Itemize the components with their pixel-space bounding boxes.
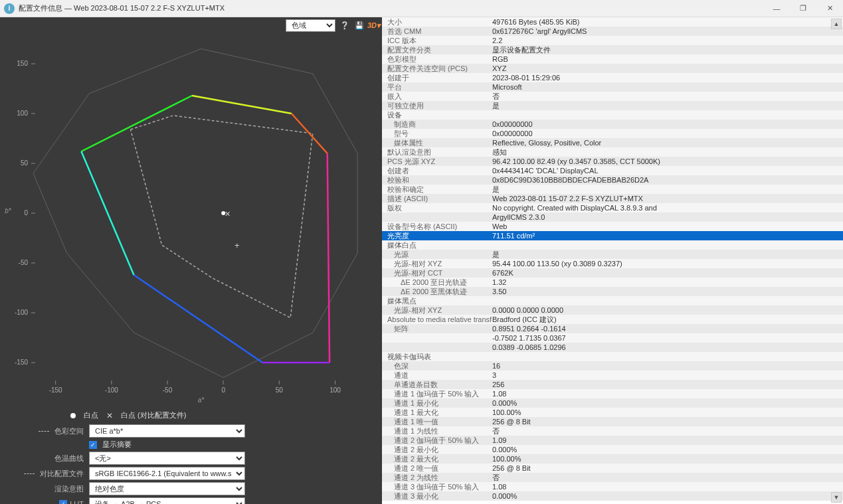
info-row[interactable]: 通道 1 唯一值256 @ 8 Bit [382,417,843,426]
info-row[interactable]: 通道 1 最大化100.00% [382,408,843,417]
info-row[interactable]: ArgyllCMS 2.3.0 [382,212,843,222]
gamut-chart[interactable]: -150-100-50050100150100500-50-100-150a*b… [0,33,382,406]
info-label: 设备型号名称 (ASCII) [386,222,492,232]
info-row[interactable]: 配置文件关连空间 (PCS)XYZ [382,64,843,73]
gamut-select[interactable]: 色域 [286,19,335,32]
svg-text:0: 0 [24,209,28,216]
info-value: 0.0389 -0.0685 1.0296 [492,343,839,351]
compare-select[interactable]: sRGB IEC61966-2.1 (Equivalent to www.srg… [89,467,245,480]
info-label: 通道 3 最小化 [386,491,492,501]
save-icon[interactable]: 💾 [354,20,365,31]
svg-text:0: 0 [221,386,225,394]
info-row[interactable]: 光源-相对 XYZ95.44 100.00 113.50 (xy 0.3089 … [382,259,843,268]
info-label: 大小 [386,17,492,27]
help-icon[interactable]: ❔ [339,20,350,31]
info-row[interactable]: 通道3 [382,371,843,380]
info-row[interactable]: 描述 (ASCII)Web 2023-08-01 15-07 2.2 F-S X… [382,194,843,203]
info-value: 96.42 100.00 82.49 (xy 0.3457 0.3585, CC… [492,157,839,165]
info-row[interactable]: -0.7502 1.7135 0.0367 [382,333,843,343]
info-row[interactable]: 色彩模型RGB [382,54,843,64]
info-value: XYZ [492,64,839,72]
info-row[interactable]: 色深16 [382,361,843,371]
info-row[interactable]: 通道 1 最小化0.000% [382,398,843,408]
info-label: 媒体属性 [386,138,492,148]
scroll-up-button[interactable]: ▲ [831,19,842,29]
info-row[interactable]: PCS 光源 XYZ96.42 100.00 82.49 (xy 0.3457 … [382,157,843,166]
info-row[interactable]: 创建者0x4443414C 'DCAL' DisplayCAL [382,166,843,175]
info-row[interactable]: 嵌入否 [382,92,843,101]
svg-text:-150: -150 [15,359,28,366]
info-row[interactable]: ΔE 2000 至日光轨迹1.32 [382,278,843,287]
svg-text:-50: -50 [163,386,173,394]
info-row[interactable]: 通道 2 最大化100.00% [382,454,843,463]
info-row[interactable]: ΔE 2000 至黑体轨迹3.50 [382,287,843,296]
info-label: 通道 2 为线性 [386,473,492,483]
info-row[interactable]: 校验和0x8D6C99D3610BB8DBDECFADEBBAB26D2A [382,175,843,185]
info-value: 是 [492,101,839,111]
info-row[interactable]: 通道 3 最小化0.000% [382,491,843,501]
info-row[interactable]: 型号0x00000000 [382,129,843,138]
close-button[interactable]: ✕ [816,0,843,17]
info-row[interactable]: 校验和确定是 [382,185,843,194]
info-row[interactable]: 媒体属性Reflective, Glossy, Positive, Color [382,138,843,147]
outline-checkbox[interactable]: ✓ [89,441,97,449]
info-row[interactable]: 单通道条目数256 [382,380,843,389]
info-row[interactable]: 通道 1 为线性否 [382,426,843,436]
info-row[interactable]: 媒体白点 [382,240,843,250]
info-row[interactable]: 通道 2 最小化0.000% [382,445,843,454]
info-row[interactable]: 视频卡伽玛表 [382,352,843,361]
info-row[interactable]: 光亮度711.51 cd/m² [382,231,843,240]
info-row[interactable]: Absolute to media relative transformBrad… [382,315,843,324]
info-value: Bradford (ICC 建议) [492,315,839,325]
info-label: 光源 [386,250,492,260]
svg-text:50: 50 [276,386,284,394]
info-row[interactable]: 可独立使用是 [382,101,843,110]
colortemp-select[interactable]: <无> [89,452,245,465]
whitepoint-label: 白点 [84,410,98,420]
info-label: 创建者 [386,166,492,176]
info-label: 校验和 [386,175,492,185]
info-row[interactable]: 配置文件分类显示设备配置文件 [382,45,843,54]
info-row[interactable]: 通道 1 伽玛值于 50% 输入1.08 [382,389,843,398]
info-row[interactable]: 版权No copyright. Created with DisplayCAL … [382,203,843,212]
info-row[interactable]: 光源是 [382,250,843,259]
info-value: 256 @ 8 Bit [492,418,839,426]
info-row[interactable]: 通道 2 唯一值256 @ 8 Bit [382,463,843,473]
info-label: 设备 [386,110,492,120]
minimize-button[interactable]: — [763,0,790,17]
info-row[interactable]: 创建于2023-08-01 15:29:06 [382,73,843,82]
info-row[interactable]: 通道 2 为线性否 [382,473,843,482]
render-select[interactable]: 绝对色度 [89,482,245,495]
info-row[interactable]: 平台Microsoft [382,82,843,92]
scroll-down-button[interactable]: ▼ [831,492,842,503]
info-row[interactable]: 0.0389 -0.0685 1.0296 [382,343,843,352]
info-row[interactable]: 制造商0x00000000 [382,120,843,129]
info-row[interactable]: 通道 3 伽玛值于 50% 输入1.08 [382,482,843,491]
compare-whitepoint-swatch: ✕ [106,411,113,420]
info-label: 通道 [386,371,492,380]
titlebar: i 配置文件信息 — Web 2023-08-01 15-07 2.2 F-S … [0,0,843,17]
info-row[interactable]: 通道 2 伽玛值于 50% 输入1.09 [382,436,843,445]
view3d-icon[interactable]: 3D▾ [369,20,379,31]
info-value: 711.51 cd/m² [492,232,839,240]
info-row[interactable]: 光源-相对 CCT6762K [382,268,843,278]
info-row[interactable]: 大小497616 Bytes (485.95 KiB) [382,17,843,27]
lut-select[interactable]: 设备 → A2B → PCS [89,497,245,504]
info-value: 6762K [492,269,839,277]
info-row[interactable]: 默认渲染意图感知 [382,147,843,157]
info-value: -0.7502 1.7135 0.0367 [492,334,839,342]
svg-text:b*: b* [5,207,12,214]
info-row[interactable]: ICC 版本2.2 [382,36,843,45]
info-row[interactable]: 首选 CMM0x6172676C 'argl' ArgyllCMS [382,27,843,36]
lut-checkbox[interactable]: ✓ [59,500,67,504]
maximize-button[interactable]: ❐ [790,0,816,17]
info-row[interactable]: 设备 [382,110,843,120]
info-label: 光源-相对 CCT [386,268,492,278]
info-row[interactable]: 矩阵0.8951 0.2664 -0.1614 [382,324,843,333]
info-row[interactable]: 媒体黑点 [382,296,843,305]
info-row[interactable]: 光源-相对 XYZ0.0000 0.0000 0.0000 [382,305,843,315]
colorspace-select[interactable]: CIE a*b* [89,424,245,438]
info-list[interactable]: 大小497616 Bytes (485.95 KiB)首选 CMM0x61726… [382,17,843,504]
info-label: 媒体黑点 [386,296,492,306]
info-row[interactable]: 设备型号名称 (ASCII)Web [382,222,843,231]
